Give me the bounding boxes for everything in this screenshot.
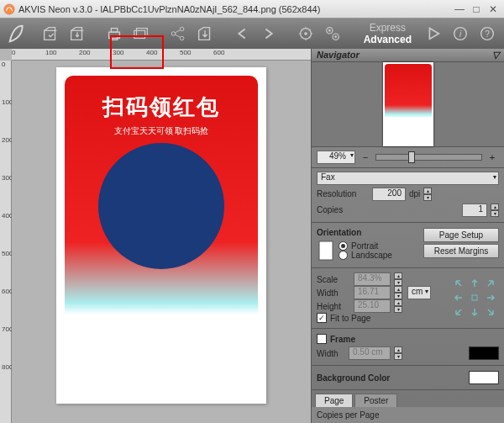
navigator-header: Navigator ▽ xyxy=(312,49,504,62)
undo-button[interactable] xyxy=(230,22,254,45)
ruler-vertical: 0100200300400500600700800 xyxy=(0,61,12,423)
landscape-radio[interactable] xyxy=(339,251,348,260)
settings-button[interactable] xyxy=(321,22,344,45)
arrow-sw-icon[interactable] xyxy=(452,305,465,319)
svg-point-7 xyxy=(180,27,184,31)
zoom-in-icon[interactable]: + xyxy=(486,151,499,164)
redo-button[interactable] xyxy=(257,22,281,45)
svg-point-10 xyxy=(304,32,307,35)
frame-width-field: 0.50 cm xyxy=(349,346,391,360)
frame-color-swatch[interactable] xyxy=(469,346,499,360)
printer-select[interactable]: Fax xyxy=(317,172,499,185)
bgcolor-swatch[interactable] xyxy=(469,371,499,384)
save-button[interactable] xyxy=(66,22,89,45)
svg-rect-4 xyxy=(134,30,145,38)
print-page: 扫码领红包 支付宝天天可领 取扫码抢 xyxy=(56,67,266,404)
ruler-horizontal: 0100200300400500600 xyxy=(12,49,311,61)
toolbar: Express Advanced i ? xyxy=(0,19,504,49)
akvis-logo-icon xyxy=(5,21,30,46)
run-button[interactable] xyxy=(422,22,445,45)
canvas-area[interactable]: 0100200300400500600 01002003004005006007… xyxy=(0,49,311,423)
side-panel: Navigator ▽ 49% − + Fax Resolution 200 d… xyxy=(311,49,504,423)
maximize-button[interactable]: □ xyxy=(469,3,484,16)
scale-field: 84.3% xyxy=(354,272,391,286)
svg-rect-20 xyxy=(472,295,477,300)
arrow-e-icon[interactable] xyxy=(484,291,497,304)
svg-rect-19 xyxy=(319,241,333,260)
frame-checkbox[interactable] xyxy=(317,334,327,344)
fit-to-page-checkbox[interactable]: ✓ xyxy=(317,313,327,323)
svg-point-13 xyxy=(328,29,331,32)
svg-point-8 xyxy=(180,36,184,40)
mode-express[interactable]: Express xyxy=(364,22,412,34)
tab-page[interactable]: Page xyxy=(315,394,353,407)
minimize-button[interactable]: — xyxy=(452,3,467,16)
share-button[interactable] xyxy=(166,22,190,45)
svg-text:?: ? xyxy=(485,29,490,39)
center-icon[interactable] xyxy=(468,291,481,304)
layout-tabs: Page Poster xyxy=(312,392,504,407)
svg-point-0 xyxy=(4,3,14,13)
svg-rect-5 xyxy=(137,29,148,36)
resolution-label: Resolution xyxy=(317,189,369,198)
app-icon xyxy=(3,3,15,15)
width-field: 16.71 xyxy=(354,286,391,299)
resolution-field[interactable]: 200 xyxy=(372,188,406,201)
copies-field[interactable]: 1 xyxy=(462,204,487,217)
page-setup-button[interactable]: Page Setup xyxy=(423,228,499,242)
svg-rect-1 xyxy=(109,32,120,38)
titlebar: AKVIS Neon v.3.0 - lALPBbCc1UvPlznNA0zNA… xyxy=(0,0,504,19)
arrow-nw-icon[interactable] xyxy=(452,277,465,290)
info-button[interactable]: i xyxy=(449,22,472,45)
help-button[interactable]: ? xyxy=(475,22,499,45)
open-button[interactable] xyxy=(39,22,62,45)
copies-label: Copies xyxy=(317,205,369,214)
arrow-w-icon[interactable] xyxy=(452,291,465,304)
svg-point-14 xyxy=(334,35,337,38)
navigator-preview[interactable] xyxy=(312,62,504,147)
tab-poster[interactable]: Poster xyxy=(354,394,397,407)
image-preview: 扫码领红包 支付宝天天可领 取扫码抢 xyxy=(65,76,258,353)
close-button[interactable]: ✕ xyxy=(486,3,501,16)
print-button[interactable] xyxy=(102,22,126,45)
batch-button[interactable] xyxy=(129,22,153,45)
zoom-field[interactable]: 49% xyxy=(317,151,355,164)
zoom-slider[interactable] xyxy=(375,154,482,161)
arrow-s-icon[interactable] xyxy=(468,305,481,319)
height-field: 25.10 xyxy=(354,299,391,313)
arrow-se-icon[interactable] xyxy=(484,305,497,319)
orientation-icon xyxy=(317,239,335,262)
arrow-n-icon[interactable] xyxy=(468,277,481,290)
portrait-radio[interactable] xyxy=(339,241,348,251)
arrow-ne-icon[interactable] xyxy=(484,277,497,290)
resolution-spinner[interactable]: ▴▾ xyxy=(423,188,432,201)
collapse-icon[interactable]: ▽ xyxy=(492,50,499,61)
mode-advanced[interactable]: Advanced xyxy=(364,34,412,45)
svg-rect-2 xyxy=(111,29,117,33)
copies-spinner[interactable]: ▴▾ xyxy=(491,204,499,217)
reset-margins-button[interactable]: Reset Margins xyxy=(423,244,499,258)
export-button[interactable] xyxy=(193,22,217,45)
window-title: AKVIS Neon v.3.0 - lALPBbCc1UvPlznNA0zNA… xyxy=(18,4,450,14)
orientation-label: Orientation xyxy=(317,228,420,237)
presets-button[interactable] xyxy=(294,22,318,45)
svg-text:i: i xyxy=(459,29,462,39)
zoom-out-icon[interactable]: − xyxy=(359,151,372,164)
unit-select[interactable]: cm xyxy=(407,286,431,299)
mode-selector[interactable]: Express Advanced xyxy=(357,20,418,47)
svg-point-6 xyxy=(171,32,176,36)
position-arrows xyxy=(452,277,499,319)
